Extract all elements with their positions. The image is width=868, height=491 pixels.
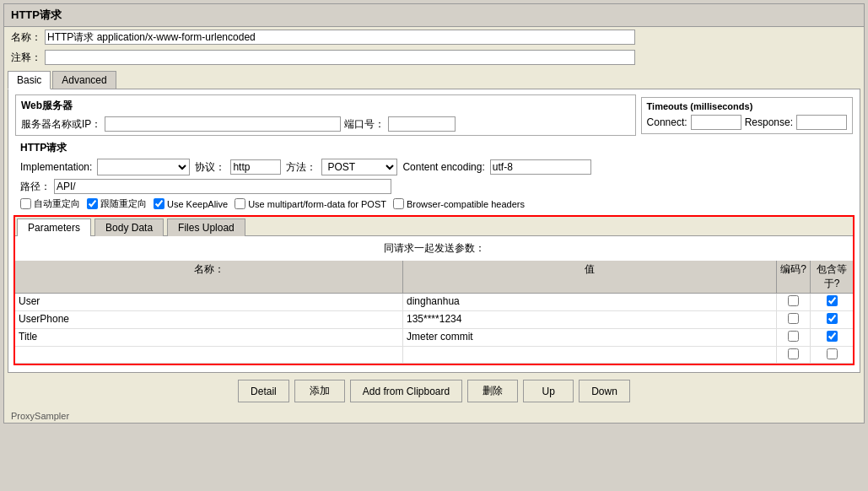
- footer-label: ProxySampler: [4, 409, 864, 423]
- add-button[interactable]: 添加: [294, 380, 345, 402]
- impl-select[interactable]: [97, 159, 190, 175]
- col-include-header: 包含等于?: [811, 261, 853, 293]
- row-name-1: UserPhone: [15, 311, 403, 328]
- params-tab-files-upload[interactable]: Files Upload: [167, 219, 245, 236]
- follow-redirect-checkbox[interactable]: 跟随重定向: [87, 197, 147, 210]
- params-tab-parameters[interactable]: Parameters: [17, 219, 91, 236]
- down-button[interactable]: Down: [579, 380, 630, 402]
- table-row: Title Jmeter commit: [15, 329, 853, 347]
- tab-basic[interactable]: Basic: [8, 71, 51, 89]
- panel-title: HTTP请求: [4, 4, 864, 27]
- server-label: 服务器名称或IP：: [21, 117, 101, 132]
- multipart-checkbox[interactable]: Use multipart/form-data for POST: [235, 198, 386, 209]
- name-label: 名称：: [11, 30, 41, 45]
- table-row: User dinghanhua: [15, 294, 853, 311]
- row-include-1[interactable]: [811, 311, 853, 328]
- row-value-1: 135****1234: [403, 311, 777, 328]
- keep-alive-checkbox[interactable]: Use KeepAlive: [154, 198, 228, 209]
- table-header: 名称： 值 编码? 包含等于?: [15, 261, 853, 294]
- response-label: Response:: [745, 116, 793, 128]
- row-name-2: Title: [15, 329, 403, 346]
- row-value-0: dinghanhua: [403, 294, 777, 310]
- row-encode-2[interactable]: [777, 329, 811, 346]
- empty-encode-checkbox[interactable]: [788, 348, 799, 359]
- method-label: 方法：: [286, 160, 316, 175]
- path-input[interactable]: [54, 179, 391, 194]
- response-input[interactable]: [796, 115, 847, 130]
- server-input[interactable]: [105, 116, 341, 132]
- auto-redirect-checkbox[interactable]: 自动重定向: [20, 197, 80, 210]
- comment-input[interactable]: [45, 50, 635, 65]
- up-button[interactable]: Up: [523, 380, 574, 402]
- port-label: 端口号：: [344, 117, 385, 132]
- bottom-buttons: Detail 添加 Add from Clipboard 删除 Up Down: [4, 373, 864, 409]
- col-encode-header: 编码?: [777, 261, 811, 293]
- connect-label: Connect:: [647, 116, 687, 128]
- row-include-2[interactable]: [811, 329, 853, 346]
- web-server-title: Web服务器: [21, 99, 630, 113]
- http-section-title: HTTP请求: [8, 138, 860, 157]
- path-label: 路径：: [20, 180, 51, 194]
- timeouts-title: Timeouts (milliseconds): [647, 101, 847, 111]
- detail-button[interactable]: Detail: [238, 380, 289, 402]
- browser-headers-checkbox[interactable]: Browser-compatible headers: [393, 198, 525, 209]
- connect-input[interactable]: [691, 115, 741, 130]
- comment-label: 注释：: [11, 51, 41, 65]
- protocol-label: 协议：: [195, 160, 225, 175]
- row-encode-1[interactable]: [777, 311, 811, 328]
- tab-advanced[interactable]: Advanced: [52, 71, 116, 89]
- row-encode-0[interactable]: [777, 294, 811, 310]
- impl-label: Implementation:: [20, 161, 92, 173]
- name-input[interactable]: [45, 30, 635, 45]
- empty-include-checkbox[interactable]: [827, 348, 838, 359]
- add-clipboard-button[interactable]: Add from Clipboard: [350, 380, 462, 402]
- encoding-label: Content encoding:: [402, 161, 484, 173]
- col-name-header: 名称：: [15, 261, 403, 293]
- method-select[interactable]: POST GET PUT DELETE: [321, 159, 397, 175]
- row-value-2: Jmeter commit: [403, 329, 777, 346]
- encoding-input[interactable]: [490, 159, 591, 175]
- params-header: 同请求一起发送参数：: [15, 236, 853, 261]
- delete-button[interactable]: 删除: [467, 380, 518, 402]
- table-row: UserPhone 135****1234: [15, 311, 853, 329]
- col-value-header: 值: [403, 261, 777, 293]
- params-tab-body-data[interactable]: Body Data: [94, 219, 164, 236]
- protocol-input[interactable]: [230, 159, 281, 175]
- port-input[interactable]: [388, 116, 456, 132]
- row-include-0[interactable]: [811, 294, 853, 310]
- row-name-0: User: [15, 294, 403, 310]
- table-body: User dinghanhua UserPhone 135****1234 Ti…: [15, 294, 853, 347]
